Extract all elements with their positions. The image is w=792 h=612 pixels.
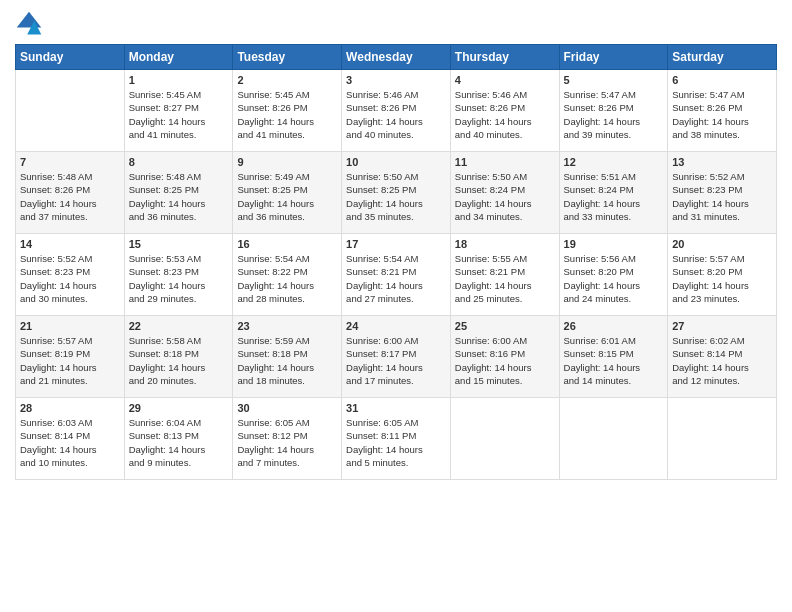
day-info: Sunrise: 5:55 AM Sunset: 8:21 PM Dayligh…: [455, 252, 555, 305]
day-info: Sunrise: 5:57 AM Sunset: 8:20 PM Dayligh…: [672, 252, 772, 305]
weekday-header-wednesday: Wednesday: [342, 45, 451, 70]
calendar-cell: 3Sunrise: 5:46 AM Sunset: 8:26 PM Daylig…: [342, 70, 451, 152]
calendar-cell: 25Sunrise: 6:00 AM Sunset: 8:16 PM Dayli…: [450, 316, 559, 398]
calendar-cell: 15Sunrise: 5:53 AM Sunset: 8:23 PM Dayli…: [124, 234, 233, 316]
day-number: 27: [672, 320, 772, 332]
day-info: Sunrise: 5:53 AM Sunset: 8:23 PM Dayligh…: [129, 252, 229, 305]
calendar-cell: 24Sunrise: 6:00 AM Sunset: 8:17 PM Dayli…: [342, 316, 451, 398]
calendar-cell: 21Sunrise: 5:57 AM Sunset: 8:19 PM Dayli…: [16, 316, 125, 398]
day-info: Sunrise: 5:47 AM Sunset: 8:26 PM Dayligh…: [672, 88, 772, 141]
calendar-cell: [559, 398, 668, 480]
day-number: 29: [129, 402, 229, 414]
day-info: Sunrise: 5:59 AM Sunset: 8:18 PM Dayligh…: [237, 334, 337, 387]
day-number: 23: [237, 320, 337, 332]
calendar-container: SundayMondayTuesdayWednesdayThursdayFrid…: [0, 0, 792, 490]
day-number: 10: [346, 156, 446, 168]
weekday-header-tuesday: Tuesday: [233, 45, 342, 70]
header-row: [15, 10, 777, 38]
calendar-week-2: 7Sunrise: 5:48 AM Sunset: 8:26 PM Daylig…: [16, 152, 777, 234]
calendar-week-4: 21Sunrise: 5:57 AM Sunset: 8:19 PM Dayli…: [16, 316, 777, 398]
day-info: Sunrise: 5:48 AM Sunset: 8:25 PM Dayligh…: [129, 170, 229, 223]
calendar-cell: 22Sunrise: 5:58 AM Sunset: 8:18 PM Dayli…: [124, 316, 233, 398]
day-number: 25: [455, 320, 555, 332]
day-info: Sunrise: 5:51 AM Sunset: 8:24 PM Dayligh…: [564, 170, 664, 223]
day-number: 19: [564, 238, 664, 250]
day-info: Sunrise: 5:52 AM Sunset: 8:23 PM Dayligh…: [20, 252, 120, 305]
day-number: 12: [564, 156, 664, 168]
day-info: Sunrise: 5:46 AM Sunset: 8:26 PM Dayligh…: [346, 88, 446, 141]
day-number: 30: [237, 402, 337, 414]
calendar-cell: [450, 398, 559, 480]
day-number: 8: [129, 156, 229, 168]
calendar-cell: 27Sunrise: 6:02 AM Sunset: 8:14 PM Dayli…: [668, 316, 777, 398]
calendar-cell: 6Sunrise: 5:47 AM Sunset: 8:26 PM Daylig…: [668, 70, 777, 152]
day-info: Sunrise: 6:03 AM Sunset: 8:14 PM Dayligh…: [20, 416, 120, 469]
calendar-cell: 1Sunrise: 5:45 AM Sunset: 8:27 PM Daylig…: [124, 70, 233, 152]
calendar-cell: 19Sunrise: 5:56 AM Sunset: 8:20 PM Dayli…: [559, 234, 668, 316]
calendar-body: 1Sunrise: 5:45 AM Sunset: 8:27 PM Daylig…: [16, 70, 777, 480]
day-info: Sunrise: 6:01 AM Sunset: 8:15 PM Dayligh…: [564, 334, 664, 387]
day-number: 24: [346, 320, 446, 332]
day-info: Sunrise: 5:54 AM Sunset: 8:21 PM Dayligh…: [346, 252, 446, 305]
calendar-cell: 30Sunrise: 6:05 AM Sunset: 8:12 PM Dayli…: [233, 398, 342, 480]
day-info: Sunrise: 5:50 AM Sunset: 8:24 PM Dayligh…: [455, 170, 555, 223]
weekday-header-saturday: Saturday: [668, 45, 777, 70]
day-number: 9: [237, 156, 337, 168]
calendar-cell: 29Sunrise: 6:04 AM Sunset: 8:13 PM Dayli…: [124, 398, 233, 480]
calendar-cell: 2Sunrise: 5:45 AM Sunset: 8:26 PM Daylig…: [233, 70, 342, 152]
calendar-cell: 9Sunrise: 5:49 AM Sunset: 8:25 PM Daylig…: [233, 152, 342, 234]
day-info: Sunrise: 5:45 AM Sunset: 8:27 PM Dayligh…: [129, 88, 229, 141]
day-info: Sunrise: 5:49 AM Sunset: 8:25 PM Dayligh…: [237, 170, 337, 223]
calendar-cell: 4Sunrise: 5:46 AM Sunset: 8:26 PM Daylig…: [450, 70, 559, 152]
calendar-cell: 13Sunrise: 5:52 AM Sunset: 8:23 PM Dayli…: [668, 152, 777, 234]
calendar-cell: 28Sunrise: 6:03 AM Sunset: 8:14 PM Dayli…: [16, 398, 125, 480]
day-info: Sunrise: 5:47 AM Sunset: 8:26 PM Dayligh…: [564, 88, 664, 141]
day-number: 20: [672, 238, 772, 250]
day-info: Sunrise: 5:50 AM Sunset: 8:25 PM Dayligh…: [346, 170, 446, 223]
day-info: Sunrise: 5:54 AM Sunset: 8:22 PM Dayligh…: [237, 252, 337, 305]
day-info: Sunrise: 5:48 AM Sunset: 8:26 PM Dayligh…: [20, 170, 120, 223]
day-info: Sunrise: 5:58 AM Sunset: 8:18 PM Dayligh…: [129, 334, 229, 387]
day-info: Sunrise: 5:45 AM Sunset: 8:26 PM Dayligh…: [237, 88, 337, 141]
day-info: Sunrise: 6:05 AM Sunset: 8:11 PM Dayligh…: [346, 416, 446, 469]
weekday-header-thursday: Thursday: [450, 45, 559, 70]
day-info: Sunrise: 5:46 AM Sunset: 8:26 PM Dayligh…: [455, 88, 555, 141]
day-number: 26: [564, 320, 664, 332]
calendar-week-3: 14Sunrise: 5:52 AM Sunset: 8:23 PM Dayli…: [16, 234, 777, 316]
calendar-cell: [16, 70, 125, 152]
day-number: 22: [129, 320, 229, 332]
day-number: 7: [20, 156, 120, 168]
calendar-cell: 12Sunrise: 5:51 AM Sunset: 8:24 PM Dayli…: [559, 152, 668, 234]
calendar-cell: 18Sunrise: 5:55 AM Sunset: 8:21 PM Dayli…: [450, 234, 559, 316]
day-info: Sunrise: 5:57 AM Sunset: 8:19 PM Dayligh…: [20, 334, 120, 387]
day-info: Sunrise: 5:56 AM Sunset: 8:20 PM Dayligh…: [564, 252, 664, 305]
day-number: 11: [455, 156, 555, 168]
weekday-header-row: SundayMondayTuesdayWednesdayThursdayFrid…: [16, 45, 777, 70]
calendar-cell: [668, 398, 777, 480]
day-number: 2: [237, 74, 337, 86]
calendar-week-1: 1Sunrise: 5:45 AM Sunset: 8:27 PM Daylig…: [16, 70, 777, 152]
calendar-table: SundayMondayTuesdayWednesdayThursdayFrid…: [15, 44, 777, 480]
calendar-cell: 10Sunrise: 5:50 AM Sunset: 8:25 PM Dayli…: [342, 152, 451, 234]
day-number: 17: [346, 238, 446, 250]
calendar-cell: 16Sunrise: 5:54 AM Sunset: 8:22 PM Dayli…: [233, 234, 342, 316]
weekday-header-sunday: Sunday: [16, 45, 125, 70]
day-number: 15: [129, 238, 229, 250]
day-info: Sunrise: 5:52 AM Sunset: 8:23 PM Dayligh…: [672, 170, 772, 223]
day-number: 21: [20, 320, 120, 332]
day-number: 5: [564, 74, 664, 86]
calendar-cell: 17Sunrise: 5:54 AM Sunset: 8:21 PM Dayli…: [342, 234, 451, 316]
calendar-cell: 11Sunrise: 5:50 AM Sunset: 8:24 PM Dayli…: [450, 152, 559, 234]
calendar-cell: 14Sunrise: 5:52 AM Sunset: 8:23 PM Dayli…: [16, 234, 125, 316]
day-number: 28: [20, 402, 120, 414]
day-number: 4: [455, 74, 555, 86]
calendar-cell: 7Sunrise: 5:48 AM Sunset: 8:26 PM Daylig…: [16, 152, 125, 234]
day-number: 13: [672, 156, 772, 168]
day-number: 31: [346, 402, 446, 414]
day-number: 6: [672, 74, 772, 86]
day-info: Sunrise: 6:04 AM Sunset: 8:13 PM Dayligh…: [129, 416, 229, 469]
calendar-cell: 23Sunrise: 5:59 AM Sunset: 8:18 PM Dayli…: [233, 316, 342, 398]
day-number: 3: [346, 74, 446, 86]
svg-marker-0: [17, 12, 42, 28]
day-info: Sunrise: 6:00 AM Sunset: 8:16 PM Dayligh…: [455, 334, 555, 387]
